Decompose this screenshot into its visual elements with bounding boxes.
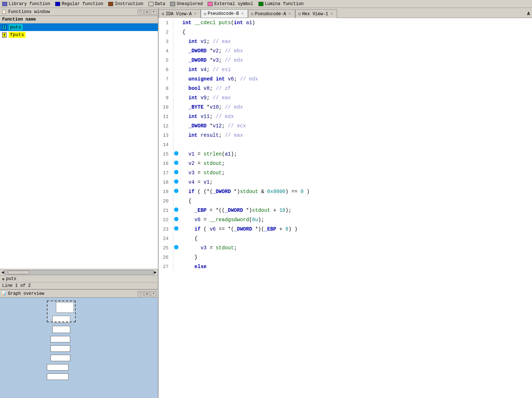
table-row[interactable]: 10 _BYTE *v10; // edx (159, 102, 532, 112)
table-row[interactable]: 16 v2 = stdout; (159, 159, 532, 168)
tab-icon-hex-view-1: ⊡ (298, 12, 301, 16)
scrollbar-thumb[interactable] (8, 271, 30, 274)
table-row[interactable]: 24 { (159, 234, 532, 243)
scroll-right-button[interactable]: ▶ (154, 270, 156, 275)
sync-button[interactable]: A (525, 10, 532, 18)
table-row[interactable]: 22 v6 = __readgsdword(8u); (159, 215, 532, 224)
line-number: 8 (159, 84, 173, 93)
functions-column-header: Function name (0, 16, 158, 23)
table-row[interactable]: 5 _DWORD *v3; // edx (159, 56, 532, 65)
breakpoint-cell (173, 253, 179, 262)
graph-canvas[interactable] (0, 298, 158, 398)
table-row[interactable]: 23 if ( v6 == *(_DWORD *)(_EBP + 8) ) (159, 224, 532, 234)
code-text: _BYTE *v10; // edx (179, 102, 532, 112)
status-function-name: puts (6, 276, 17, 281)
restore-button[interactable]: □ (138, 9, 143, 14)
table-row[interactable]: 21 _EBP = *((_DWORD *)stdout + 18); (159, 206, 532, 215)
legend-lumina-function: Lumina function (258, 1, 304, 6)
line-number: 24 (159, 234, 173, 243)
table-row[interactable]: 2{ (159, 27, 532, 37)
table-row[interactable]: 11 int v11; // edx (159, 112, 532, 121)
table-row[interactable]: 20 { (159, 196, 532, 206)
line-number: 23 (159, 224, 173, 234)
table-row[interactable]: 12 _DWORD *v12; // ecx (159, 121, 532, 131)
tab-close-pseudocode-a[interactable]: × (288, 12, 292, 16)
legend-external-symbol: External symbol (208, 1, 253, 6)
table-row[interactable]: 15 v1 = strlen(a1); (159, 149, 532, 159)
function-item-puts[interactable]: f puts (0, 23, 158, 31)
table-row[interactable]: 8 bool v8; // zf (159, 84, 532, 93)
table-row[interactable]: 9 int v9; // eax (159, 93, 532, 102)
breakpoint-dot (174, 217, 178, 221)
graph-overview: 📊 Graph overview □ ◱ × (0, 290, 158, 398)
table-row[interactable]: 18 v4 = v1; (159, 178, 532, 187)
functions-list[interactable]: f puts f fputs (0, 23, 158, 269)
table-row[interactable]: 26 } (159, 253, 532, 262)
table-row[interactable]: 1int __cdecl puts(int a1) (159, 18, 532, 27)
table-row[interactable]: 3 int v1; // eax (159, 37, 532, 46)
tab-icon-ida-view-a: ⊞ (162, 12, 164, 16)
function-item-fputs[interactable]: f fputs (0, 31, 158, 39)
titlebar-controls: □ ◱ × (138, 9, 156, 14)
code-text: v6 = __readgsdword(8u); (179, 215, 532, 224)
breakpoint-cell (173, 187, 179, 196)
tab-ida-view-a[interactable]: ⊞ IDA View-A × (159, 9, 201, 18)
code-area[interactable]: 1int __cdecl puts(int a1)2{3 int v1; // … (159, 18, 532, 398)
table-row[interactable]: 25 v3 = stdout; (159, 243, 532, 253)
close-button[interactable]: × (151, 9, 156, 14)
table-row[interactable]: 13 int result; // eax (159, 131, 532, 140)
code-text: v3 = stdout; (179, 243, 532, 253)
horizontal-scrollbar[interactable] (4, 270, 154, 275)
line-number: 16 (159, 159, 173, 168)
code-text: int __cdecl puts(int a1) (179, 18, 532, 27)
function-name-puts: puts (9, 24, 23, 30)
table-row[interactable]: 4 _DWORD *v2; // ebx (159, 46, 532, 56)
code-table: 1int __cdecl puts(int a1)2{3 int v1; // … (159, 18, 532, 271)
table-row[interactable]: 17 v3 = stdout; (159, 168, 532, 178)
table-row[interactable]: 7 unsigned int v6; // edx (159, 74, 532, 84)
code-text: int v1; // eax (179, 37, 532, 46)
tab-label-ida-view-a: IDA View-A (166, 12, 192, 17)
breakpoint-cell (173, 206, 179, 215)
breakpoint-cell (173, 84, 179, 93)
breakpoint-cell (173, 178, 179, 187)
code-text: int result; // eax (179, 131, 532, 140)
status-icon: ⊗ (2, 277, 5, 281)
breakpoint-dot (174, 161, 178, 165)
table-row[interactable]: 19 if ( (*(_DWORD *)stdout & 0x8000) == … (159, 187, 532, 196)
tab-close-ida-view-a[interactable]: × (193, 12, 198, 16)
line-number: 19 (159, 187, 173, 196)
graph-close-button[interactable]: × (151, 291, 156, 296)
legend-library-function-label: Library function (9, 1, 50, 6)
graph-block-5 (50, 345, 70, 352)
breakpoint-cell (173, 234, 179, 243)
line-number: 13 (159, 131, 173, 140)
scroll-left-button[interactable]: ◀ (1, 270, 4, 275)
graph-restore-button[interactable]: □ (138, 291, 143, 296)
table-row[interactable]: 27 else (159, 262, 532, 271)
table-row[interactable]: 6 int v4; // esi (159, 65, 532, 74)
graph-block-7 (47, 364, 68, 371)
tab-close-pseudocode-b[interactable]: × (240, 12, 245, 16)
line-number: 22 (159, 215, 173, 224)
code-text: _EBP = *((_DWORD *)stdout + 18); (179, 206, 532, 215)
code-text: _DWORD *v3; // edx (179, 56, 532, 65)
code-text: { (179, 234, 532, 243)
tab-hex-view-1[interactable]: ⊡ Hex View-1 × (295, 9, 337, 18)
graph-overview-titlebar: 📊 Graph overview □ ◱ × (0, 290, 158, 298)
tab-icon-pseudocode-a: ⊡ (251, 12, 254, 16)
legend-regular-function: Regular function (55, 1, 103, 6)
code-text: v4 = v1; (179, 178, 532, 187)
function-name-fputs: fputs (9, 32, 26, 38)
line-number: 9 (159, 93, 173, 102)
breakpoint-cell (173, 37, 179, 46)
tab-close-hex-view-1[interactable]: × (329, 12, 334, 16)
tab-pseudocode-b[interactable]: ⊡ Pseudocode-B × (201, 9, 248, 18)
breakpoint-cell (173, 215, 179, 224)
tab-pseudocode-a[interactable]: ⊡ Pseudocode-A × (248, 9, 295, 18)
graph-float-button[interactable]: ◱ (144, 291, 150, 296)
float-button[interactable]: ◱ (144, 9, 150, 14)
legend-instruction-label: Instruction (115, 1, 143, 6)
functions-window: 📋 Functions window □ ◱ × Function name f… (0, 8, 158, 290)
table-row[interactable]: 14 (159, 140, 532, 149)
